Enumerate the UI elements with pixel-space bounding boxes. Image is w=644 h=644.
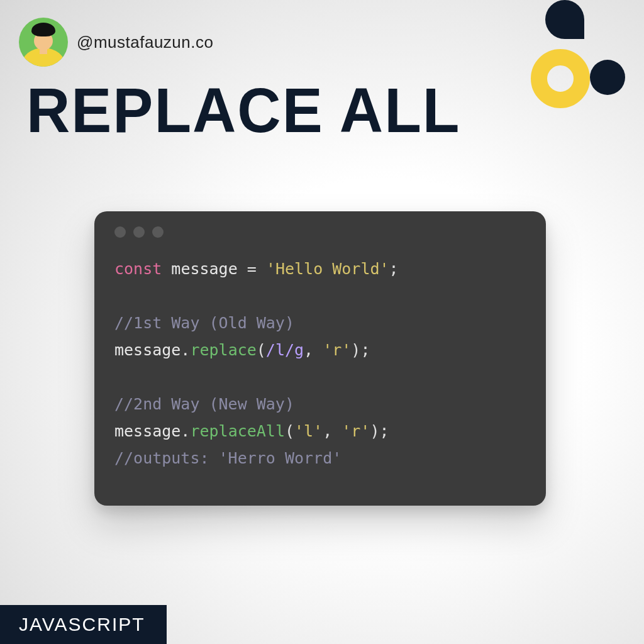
window-controls [114,226,526,238]
decorative-shapes [512,0,644,119]
code-token-string: 'r' [323,341,351,359]
code-window: const message = 'Hello World'; //1st Way… [94,211,546,506]
code-token-keyword: const [114,260,162,278]
code-token-string: 'Hello World' [266,260,389,278]
code-token-var: message [114,341,180,359]
code-token-string: 'r' [341,422,370,440]
header: @mustafauzun.co [19,18,213,67]
code-token-comment: //outputs: 'Herro Worrd' [114,449,341,467]
code-token-op: = [247,260,257,278]
traffic-light-icon [114,226,126,238]
code-token-comment: //1st Way (Old Way) [114,314,294,332]
circle-icon [590,60,625,95]
code-token-var: message [171,260,237,278]
ring-icon [531,49,590,108]
code-token-method: replaceAll [190,422,285,440]
traffic-light-icon [152,226,164,238]
avatar [19,18,68,67]
code-block: const message = 'Hello World'; //1st Way… [114,255,526,472]
code-token-method: replace [190,341,256,359]
language-badge: JAVASCRIPT [0,605,167,644]
code-token-var: message [114,422,180,440]
page-title: REPLACE ALL [26,74,460,147]
code-token-string: 'l' [294,422,323,440]
traffic-light-icon [133,226,145,238]
blob-icon [545,0,584,39]
code-token-comment: //2nd Way (New Way) [114,395,294,413]
code-token-regex: /l/g [266,341,304,359]
author-handle: @mustafauzun.co [77,33,213,52]
